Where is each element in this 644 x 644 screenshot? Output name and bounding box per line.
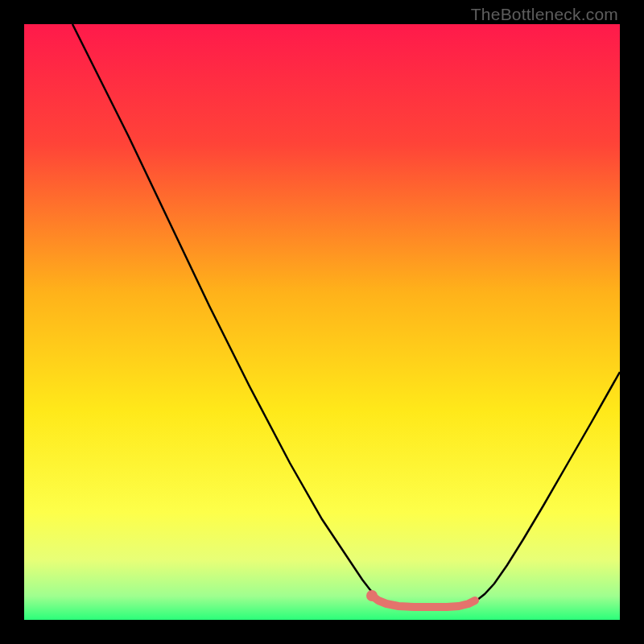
chart-svg bbox=[24, 24, 620, 620]
chart-frame bbox=[24, 24, 620, 620]
highlight-start-dot bbox=[366, 590, 378, 601]
chart-background bbox=[24, 24, 620, 620]
watermark-text: TheBottleneck.com bbox=[471, 5, 618, 24]
